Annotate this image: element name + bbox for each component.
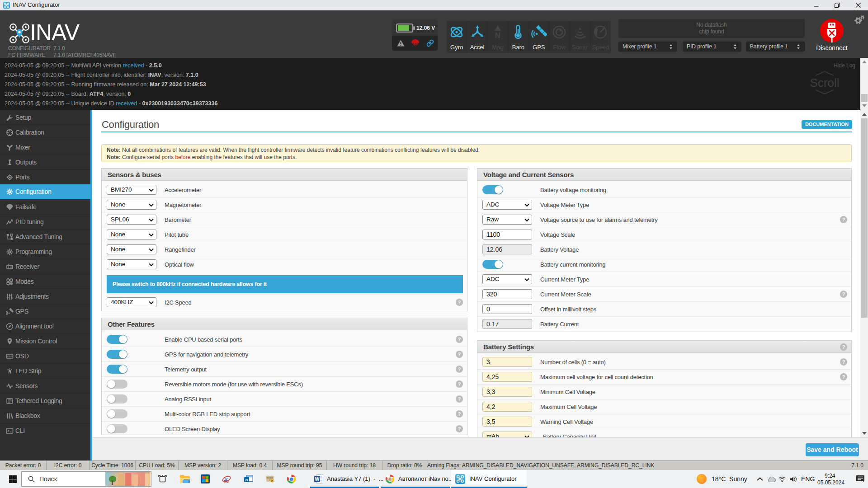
svg-text:W: W: [315, 476, 320, 482]
svg-text:o: o: [245, 477, 248, 482]
svg-text:OSD: OSD: [7, 355, 13, 358]
svg-text:N: N: [495, 31, 500, 40]
